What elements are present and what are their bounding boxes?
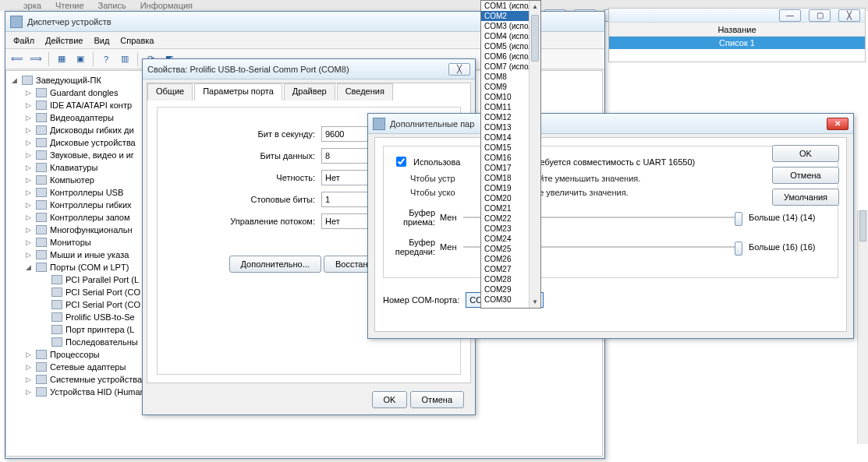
tx-max-label: Больше (16) [749, 242, 798, 252]
close-button[interactable]: ✕ [827, 118, 849, 130]
tree-label: Системные устройства [50, 373, 142, 386]
slider-thumb-icon[interactable] [735, 212, 742, 226]
expand-icon[interactable]: ▷ [23, 224, 33, 236]
cancel-button[interactable]: Отмена [410, 391, 464, 408]
advanced-button[interactable]: Дополнительно... [229, 256, 321, 273]
advanced-settings-dialog: Дополнительные пар ✕ Использова ребуется… [367, 113, 854, 339]
cancel-button[interactable]: Отмена [772, 167, 839, 184]
expand-icon[interactable]: ▷ [23, 386, 33, 398]
expand-icon[interactable]: ▷ [23, 361, 33, 373]
note2a: Чтобы уско [410, 188, 455, 197]
tree-label: Дисководы гибких ди [50, 124, 134, 136]
defaults-button[interactable]: Умолчания [772, 189, 839, 206]
use-fifo-checkbox[interactable] [396, 157, 406, 167]
scrollbar-thumb[interactable] [531, 15, 539, 62]
tree-label: Последовательны [66, 336, 138, 348]
list-row-selected[interactable]: Список 1 [609, 37, 865, 49]
scroll-up-icon[interactable]: ▲ [530, 1, 540, 12]
tab-general[interactable]: Общие [147, 83, 193, 101]
adv-buttons: OK Отмена Умолчания [772, 145, 839, 206]
right-scrollbar[interactable] [857, 210, 868, 444]
device-icon [36, 188, 47, 197]
toolbar-icon[interactable]: ▣ [72, 51, 89, 67]
tree-label: Заведующий-ПК [36, 74, 101, 86]
device-icon [22, 76, 33, 85]
adv-title: Дополнительные пар [390, 119, 824, 129]
menu-help[interactable]: Справка [120, 36, 154, 45]
tab-port-settings[interactable]: Параметры порта [194, 83, 282, 101]
tab-driver[interactable]: Драйвер [284, 83, 335, 101]
expand-icon[interactable]: ▷ [23, 186, 33, 199]
device-icon [51, 325, 62, 334]
tree-label: Дисковые устройства [50, 136, 136, 149]
rx-value: (14) [800, 213, 816, 222]
tree-label: PCI Serial Port (CO [66, 286, 140, 298]
expand-icon[interactable]: ▷ [23, 149, 33, 161]
props-titlebar[interactable]: Свойства: Prolific USB-to-Serial Comm Po… [143, 59, 475, 79]
expand-icon[interactable]: ▷ [23, 348, 33, 361]
toolbar-icon[interactable]: ▥ [116, 51, 133, 67]
tree-label: Процессоры [50, 348, 100, 361]
expand-icon[interactable]: ▷ [23, 86, 33, 99]
bg-menu-item: Чтение [55, 1, 84, 10]
back-icon[interactable]: ⟸ [9, 51, 26, 67]
tree-label: Контроллеры USB [50, 186, 123, 199]
ok-button[interactable]: OK [772, 145, 839, 162]
use-fifo-label-a: Использова [413, 157, 460, 167]
device-icon [36, 238, 47, 247]
tree-label: PCI Parallel Port (L [66, 273, 139, 286]
expand-icon[interactable]: ◢ [23, 261, 33, 273]
expand-icon[interactable]: ▷ [23, 174, 33, 186]
expand-icon[interactable]: ▷ [23, 249, 33, 261]
close-button[interactable]: ╳ [838, 9, 860, 22]
databits-label: Биты данных: [165, 151, 321, 160]
tree-label: Клавиатуры [50, 161, 97, 174]
expand-icon[interactable]: ▷ [23, 136, 33, 149]
device-icon [36, 113, 47, 122]
tree-label: Guardant dongles [50, 86, 118, 99]
minimize-button[interactable]: — [779, 9, 801, 22]
dropdown-scrollbar[interactable]: ▲ ▼ [529, 1, 540, 308]
device-icon [51, 287, 62, 297]
tree-label: IDE ATA/ATAPI контр [50, 99, 132, 111]
props-title: Свойства: Prolific USB-to-Serial Comm Po… [147, 65, 445, 74]
tab-details[interactable]: Сведения [337, 83, 393, 101]
adv-titlebar[interactable]: Дополнительные пар ✕ [368, 114, 853, 134]
device-icon [51, 312, 62, 322]
menu-action[interactable]: Действие [45, 36, 83, 45]
tree-label: Компьютер [50, 174, 94, 186]
menu-view[interactable]: Вид [94, 36, 109, 45]
comport-dropdown-list[interactable]: ▲ ▼ COM1 (испольCOM2COM3 (испольCOM4 (ис… [480, 0, 541, 309]
scrollbar-thumb[interactable] [859, 210, 866, 242]
flow-label: Управление потоком: [165, 217, 321, 226]
ok-button[interactable]: OK [372, 391, 408, 408]
expand-icon[interactable]: ▷ [23, 111, 33, 124]
expand-icon[interactable]: ▷ [23, 124, 33, 136]
expand-icon[interactable]: ▷ [23, 99, 33, 111]
device-icon [51, 337, 62, 347]
forward-icon[interactable]: ⟹ [27, 51, 44, 67]
expand-icon[interactable]: ▷ [23, 199, 33, 211]
tx-min-label: Мен [440, 242, 463, 252]
device-icon [36, 362, 47, 372]
rx-min-label: Мен [440, 213, 463, 222]
tx-value: (16) [800, 242, 816, 252]
toolbar-icon[interactable]: ▦ [53, 51, 70, 67]
tree-label: Мониторы [50, 236, 91, 249]
expand-icon[interactable]: ▷ [23, 211, 33, 224]
expand-icon[interactable]: ◢ [9, 74, 19, 86]
column-header-name[interactable]: Название [609, 23, 865, 37]
menu-file[interactable]: Файл [13, 36, 34, 45]
scroll-down-icon[interactable]: ▼ [530, 296, 540, 308]
bg-menu-item: Информация [140, 1, 193, 10]
expand-icon[interactable]: ▷ [23, 236, 33, 249]
maximize-button[interactable]: ▢ [809, 9, 831, 22]
help-icon[interactable]: ? [97, 51, 115, 67]
device-icon [36, 250, 47, 259]
port-icon [373, 118, 385, 130]
tree-label: Сетевые адаптеры [50, 361, 126, 373]
expand-icon[interactable]: ▷ [23, 373, 33, 386]
expand-icon[interactable]: ▷ [23, 161, 33, 174]
close-button[interactable]: ╳ [448, 63, 470, 76]
slider-thumb-icon[interactable] [735, 242, 742, 256]
